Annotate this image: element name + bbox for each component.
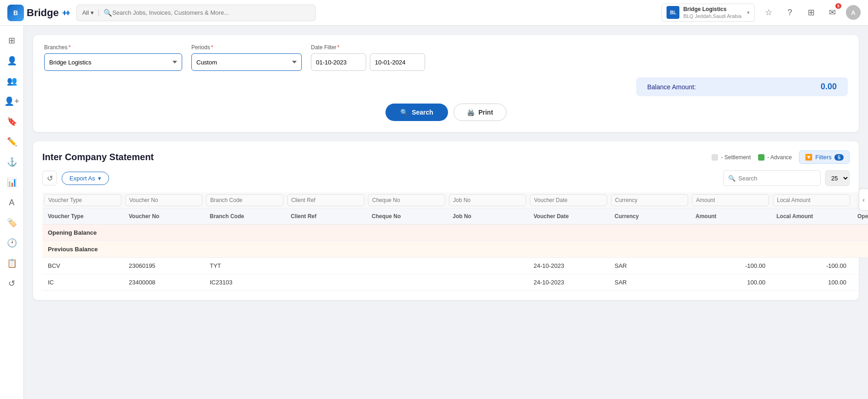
grid-icon[interactable]: ⊞ [804,5,818,20]
date-range [311,53,425,71]
global-search-input[interactable] [112,9,310,16]
cell-cheque-no [366,258,447,274]
search-icon: 🔍 [400,109,408,116]
opening-balance-label: Opening Balance [42,225,868,241]
sidebar-icon-tag[interactable]: ✏️ [3,133,21,151]
balance-label: Balance Amount: [647,83,696,91]
cell-voucher-no: 23400008 [123,274,204,291]
app-name: Bridge [27,7,59,19]
branches-select[interactable]: Bridge Logistics [44,53,182,71]
col-filter-local-amount[interactable] [773,194,850,206]
balance-box: Balance Amount: 0.00 [636,77,848,96]
top-navigation: B Bridge All ▾ 🔍 BL Bridge Logistics BLQ… [0,0,868,26]
company-name: Bridge Logistics [683,6,742,13]
sidebar-icon-label[interactable]: 🏷️ [3,214,21,232]
col-filter-voucher-type[interactable] [44,194,121,206]
company-selector[interactable]: BL Bridge Logistics BLQ Jeddah,Saudi Ara… [661,4,755,22]
sidebar-icon-person-add[interactable]: 👤+ [3,92,21,110]
filter-row-top: Branches* Bridge Logistics Periods* Cust… [44,44,848,71]
col-filter-branch-code[interactable] [206,194,283,206]
cell-voucher-type: IC [42,274,123,291]
settlement-legend: - Settlement [712,154,751,161]
search-filter-dropdown[interactable]: All ▾ [82,9,99,16]
col-header-client-ref: Client Ref [285,208,366,225]
search-icon: 🔍 [728,175,736,182]
col-header-local-amount: Local Amount [771,208,852,225]
toolbar-left: ↺ Export As ▾ [42,171,109,185]
col-filter-voucher-date[interactable] [530,194,607,206]
col-filter-currency[interactable] [611,194,688,206]
sidebar-icon-letter-a[interactable]: A [3,193,21,212]
company-chevron-icon: ▾ [747,10,750,16]
collapse-arrow[interactable]: ‹ [859,189,868,211]
cell-job-no [447,274,528,291]
filter-card: Branches* Bridge Logistics Periods* Cust… [33,35,859,132]
cell-voucher-no: 23060195 [123,258,204,274]
avatar[interactable]: A [846,5,861,20]
table-search-input[interactable] [738,175,816,182]
cell-local-amount: -100.00 [771,258,852,274]
col-filter-amount[interactable] [692,194,769,206]
filter-count-badge: 5 [834,154,844,161]
page-size-select[interactable]: 25 [825,170,850,186]
col-filter-cheque-no[interactable] [368,194,445,206]
balance-row: Balance Amount: 0.00 [44,77,848,96]
previous-balance-label: Previous Balance [42,241,868,258]
sidebar-icon-bookmark[interactable]: 🔖 [3,112,21,131]
sidebar-icon-person[interactable]: 👤 [3,52,21,70]
main-content: Branches* Bridge Logistics Periods* Cust… [24,26,868,399]
export-button[interactable]: Export As ▾ [62,172,109,185]
date-to-input[interactable] [370,53,425,71]
chevron-down-icon: ▾ [98,175,101,182]
sidebar-icon-refresh[interactable]: ↺ [3,274,21,293]
sidebar-icon-anchor[interactable]: ⚓ [3,153,21,171]
cell-job-no [447,258,528,274]
logo-icon: B [7,5,24,21]
sidebar-icon-grid[interactable]: ⊞ [3,31,21,50]
sidebar-icon-clock[interactable]: 🕐 [3,234,21,252]
col-filter-client-ref[interactable] [287,194,364,206]
sidebar-icon-people[interactable]: 👥 [3,72,21,90]
left-sidebar: ⊞ 👤 👥 👤+ 🔖 ✏️ ⚓ 📊 A 🏷️ 🕐 📋 ↺ [0,26,24,399]
table-header-row: Inter Company Statement - Settlement - A… [42,150,850,164]
table-row: Previous Balance 0.00 [42,241,868,258]
periods-select[interactable]: Custom [191,53,302,71]
table-section: Inter Company Statement - Settlement - A… [33,141,859,300]
company-sub: BLQ Jeddah,Saudi Arabia [683,13,742,19]
refresh-button[interactable]: ↺ [42,171,57,185]
sidebar-icon-document[interactable]: 📋 [3,254,21,272]
toolbar-right: 🔍 25 [723,170,850,186]
notifications-button[interactable]: ✉ 5 [825,5,839,20]
col-filter-voucher-no[interactable] [125,194,202,206]
global-search-bar[interactable]: All ▾ 🔍 [76,5,316,21]
cell-voucher-type: BCV [42,258,123,274]
date-filter-label: Date Filter* [311,44,425,51]
col-filter-job-no[interactable] [449,194,526,206]
cell-client-ref [285,258,366,274]
table-search[interactable]: 🔍 [723,170,821,186]
action-buttons: 🔍 Search 🖨️ Print [44,104,848,121]
toolbar-row: ↺ Export As ▾ 🔍 25 [42,170,850,186]
notification-badge: 5 [835,3,841,9]
cell-branch-code: TYT [204,258,285,274]
col-header-amount: Amount [690,208,771,225]
filter-icon: 🔽 [805,154,812,161]
filters-button[interactable]: 🔽 Filters 5 [799,150,850,164]
search-button[interactable]: 🔍 Search [385,104,448,121]
date-from-input[interactable] [311,53,366,71]
col-header-open-amount: Open Amount [852,208,868,225]
print-button[interactable]: 🖨️ Print [454,104,506,121]
balance-value: 0.00 [821,82,837,92]
table-row: IC 23400008 IC23103 24-10-2023 SAR 100.0… [42,274,868,291]
cell-voucher-date: 24-10-2023 [528,274,609,291]
star-icon[interactable]: ☆ [761,5,776,20]
cell-cheque-no [366,274,447,291]
company-info: Bridge Logistics BLQ Jeddah,Saudi Arabia [683,6,742,20]
help-icon[interactable]: ? [782,5,797,20]
nav-right-area: BL Bridge Logistics BLQ Jeddah,Saudi Ara… [661,4,861,22]
col-header-voucher-type: Voucher Type [42,208,123,225]
data-table: Voucher Type Voucher No Branch Code Clie… [42,192,868,291]
cell-open-amount: 100.00 [852,274,868,291]
advance-dot [758,154,765,161]
sidebar-icon-chart[interactable]: 📊 [3,173,21,191]
